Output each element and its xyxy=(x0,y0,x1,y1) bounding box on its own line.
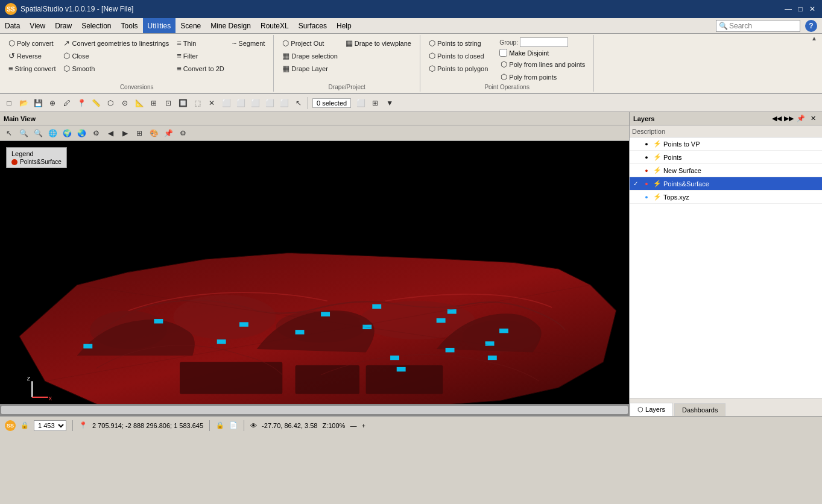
tb-3[interactable]: ⊕ xyxy=(46,96,59,110)
vt-globe3[interactable]: 🌏 xyxy=(75,127,88,140)
layers-back-button[interactable]: ◀◀ xyxy=(771,113,782,124)
layer-check-tops-xyz[interactable] xyxy=(631,192,640,202)
convert-linestrings-button[interactable]: ↗ Convert geometries to linestrings xyxy=(60,37,172,49)
zoom-select[interactable]: 1 453 xyxy=(34,420,66,431)
drape-selection-button[interactable]: ▦ Drape selection xyxy=(279,50,341,61)
search-input[interactable] xyxy=(729,22,797,30)
layer-check-points-surface[interactable]: ✓ xyxy=(631,179,640,189)
layer-vis-tops-xyz[interactable]: ● xyxy=(642,192,651,202)
project-out-button[interactable]: ⬡ Project Out xyxy=(279,37,341,49)
close-button[interactable]: ✕ xyxy=(808,4,817,14)
layer-vis-points[interactable]: ● xyxy=(642,153,651,162)
menu-scene[interactable]: Scene xyxy=(175,18,206,33)
string-convert-button[interactable]: ≡ String convert xyxy=(5,63,59,74)
vt-globe2[interactable]: 🌍 xyxy=(60,127,74,140)
tb-14[interactable]: ✕ xyxy=(205,96,218,110)
vt-globe1[interactable]: 🌐 xyxy=(46,127,59,140)
menu-routexl[interactable]: RouteXL xyxy=(256,18,294,33)
minimize-button[interactable]: — xyxy=(783,4,793,14)
vt-color[interactable]: 🎨 xyxy=(147,127,160,140)
smooth-button[interactable]: ⬡ Smooth xyxy=(60,63,172,74)
tb-open[interactable]: 📂 xyxy=(17,96,30,110)
search-box[interactable]: 🔍 xyxy=(716,20,800,32)
tb-8[interactable]: ⊙ xyxy=(118,96,131,110)
tb-9[interactable]: 📐 xyxy=(133,96,146,110)
layer-check-points-vp[interactable] xyxy=(631,139,640,149)
tb-16[interactable]: ⬜ xyxy=(234,96,247,110)
vt-next[interactable]: ▶ xyxy=(118,127,131,140)
layers-pin-button[interactable]: 📌 xyxy=(795,113,806,124)
help-button[interactable]: ? xyxy=(805,20,817,32)
tb-10[interactable]: ⊞ xyxy=(147,96,160,110)
thin-button[interactable]: ≡ Thin xyxy=(173,37,227,49)
poly-from-points-button[interactable]: ⬡ Poly from points xyxy=(497,71,589,83)
menu-selection[interactable]: Selection xyxy=(77,18,116,33)
close-button-ribbon[interactable]: ⬡ Close xyxy=(60,50,172,61)
layer-vis-points-surface[interactable]: ● xyxy=(642,179,651,189)
tab-dashboards[interactable]: Dashboards xyxy=(674,403,726,416)
tb-5[interactable]: 📍 xyxy=(75,96,88,110)
vt-cursor[interactable]: ↖ xyxy=(2,127,16,140)
convert-2d-button[interactable]: ≡ Convert to 2D xyxy=(173,63,227,74)
layer-row-points-surface[interactable]: ✓ ● ⚡ Points&Surface xyxy=(630,177,822,191)
menu-view[interactable]: View xyxy=(25,18,50,33)
poly-from-lines-button[interactable]: ⬡ Poly from lines and points xyxy=(497,58,589,70)
make-disjoint-checkbox[interactable] xyxy=(499,49,507,57)
tb-save[interactable]: 💾 xyxy=(31,96,45,110)
ribbon-collapse-button[interactable]: ▲ xyxy=(809,35,820,92)
layers-forward-button[interactable]: ▶▶ xyxy=(783,113,794,124)
status-zoom-plus[interactable]: + xyxy=(361,422,365,429)
status-zoom-minus[interactable]: — xyxy=(350,422,356,429)
tb-sel2[interactable]: ⊞ xyxy=(368,96,382,110)
tb-6[interactable]: 📏 xyxy=(89,96,103,110)
points-closed-button[interactable]: ⬡ Points to closed xyxy=(425,50,492,61)
layer-row-tops-xyz[interactable]: ● ⚡ Tops.xyz xyxy=(630,191,822,204)
menu-draw[interactable]: Draw xyxy=(50,18,77,33)
layer-row-points[interactable]: ● ⚡ Points xyxy=(630,151,822,164)
vt-zoom-in[interactable]: 🔍 xyxy=(17,127,30,140)
tb-sel1[interactable]: ⬜ xyxy=(354,96,367,110)
layer-check-new-surface[interactable] xyxy=(631,166,640,175)
horizontal-scrollbar[interactable] xyxy=(1,406,628,414)
vt-pin[interactable]: 📌 xyxy=(162,127,175,140)
menu-utilities[interactable]: Utilities xyxy=(143,18,176,33)
tab-layers[interactable]: ⬡ Layers xyxy=(630,403,673,416)
segment-button[interactable]: ~ Segment xyxy=(229,37,269,49)
poly-convert-button[interactable]: ⬡ Poly convert xyxy=(5,37,59,49)
tb-13[interactable]: ⬚ xyxy=(191,96,204,110)
tb-19[interactable]: ⬜ xyxy=(277,96,291,110)
menu-mine-design[interactable]: Mine Design xyxy=(206,18,256,33)
vt-extra[interactable]: ⚙ xyxy=(176,127,189,140)
tb-4[interactable]: 🖊 xyxy=(60,96,74,110)
tb-15[interactable]: ⬜ xyxy=(220,96,233,110)
tb-7[interactable]: ⬡ xyxy=(104,96,117,110)
maximize-button[interactable]: □ xyxy=(795,4,805,14)
tb-12[interactable]: 🔲 xyxy=(176,96,189,110)
tb-new[interactable]: □ xyxy=(2,96,16,110)
tb-cursor[interactable]: ↖ xyxy=(292,96,305,110)
points-string-button[interactable]: ⬡ Points to string xyxy=(425,37,492,49)
vt-prev[interactable]: ◀ xyxy=(104,127,117,140)
layers-close-button[interactable]: ✕ xyxy=(808,113,818,124)
layer-row-new-surface[interactable]: ● ⚡ New Surface xyxy=(630,164,822,177)
vt-grid[interactable]: ⊞ xyxy=(133,127,146,140)
tb-17[interactable]: ⬜ xyxy=(248,96,262,110)
reverse-button[interactable]: ↺ Reverse xyxy=(5,50,59,61)
drape-layer-button[interactable]: ▦ Drape Layer xyxy=(279,63,341,74)
tb-18[interactable]: ⬜ xyxy=(263,96,276,110)
points-polygon-button[interactable]: ⬡ Points to polygon xyxy=(425,63,492,74)
tb-sel3[interactable]: ▼ xyxy=(383,96,396,110)
filter-button[interactable]: ≡ Filter xyxy=(173,50,227,61)
vt-zoom-out[interactable]: 🔍 xyxy=(31,127,45,140)
menu-data[interactable]: Data xyxy=(0,18,25,33)
layer-vis-new-surface[interactable]: ● xyxy=(642,166,651,175)
layer-vis-points-vp[interactable]: ● xyxy=(642,139,651,149)
vt-settings[interactable]: ⚙ xyxy=(89,127,103,140)
menu-help[interactable]: Help xyxy=(332,18,356,33)
drape-viewplane-button[interactable]: ▦ Drape to viewplane xyxy=(342,37,415,49)
group-input[interactable] xyxy=(520,37,568,47)
tb-11[interactable]: ⊡ xyxy=(162,96,175,110)
make-disjoint-row[interactable]: Make Disjoint xyxy=(497,48,589,57)
layer-row-points-vp[interactable]: ● ⚡ Points to VP xyxy=(630,137,822,151)
menu-tools[interactable]: Tools xyxy=(116,18,143,33)
